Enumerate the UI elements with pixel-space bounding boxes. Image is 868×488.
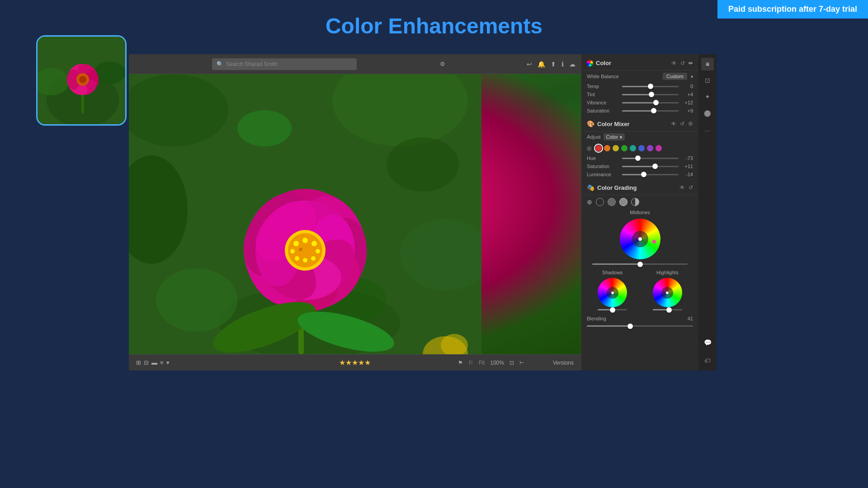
shadows-wheel[interactable] (598, 278, 627, 307)
star-rating[interactable]: ★★★★★ (339, 358, 371, 367)
svg-point-3 (94, 61, 126, 84)
tint-slider-row: Tint +4 (581, 90, 698, 99)
filter-icon[interactable]: ⚙ (440, 61, 445, 67)
grid-small-icon[interactable]: ⊟ (144, 359, 149, 366)
color-dot-blue[interactable] (638, 145, 645, 151)
grading-eye-icon[interactable]: 👁 (679, 184, 685, 191)
saturation-slider[interactable] (622, 110, 679, 112)
panel-icon-mask[interactable]: ⬤ (701, 107, 714, 119)
shadows-brightness-slider[interactable] (598, 309, 627, 310)
color-reset-icon[interactable]: ↺ (680, 60, 685, 66)
panel-icon-heal[interactable]: ✦ (701, 90, 714, 103)
mixer-reset-icon[interactable]: ↺ (680, 121, 684, 127)
photo-thumbnail[interactable] (36, 35, 127, 126)
cg-highlights-btn[interactable] (619, 198, 627, 206)
vibrance-label: Vibrance (587, 100, 618, 105)
hue-label: Hue (587, 155, 618, 161)
adjust-value[interactable]: Color ▾ (604, 133, 625, 141)
zoom-icon[interactable]: ⊡ (509, 360, 514, 366)
shadows-label: Shadows (602, 269, 623, 276)
info-icon[interactable]: ℹ (561, 61, 564, 68)
cg-linked-icon[interactable]: ⊕ (587, 198, 592, 206)
photo-canvas (129, 74, 581, 354)
highlights-brightness-slider[interactable] (653, 309, 682, 310)
svg-point-46 (311, 256, 316, 261)
color-dot-orange[interactable] (604, 145, 610, 151)
right-panel: Color 👁 ↺ ✏ White Balance Custom ▾ Temp … (581, 54, 698, 371)
midtones-dot[interactable] (652, 240, 656, 244)
mixer-title: Color Mixer (597, 121, 671, 127)
mixer-sat-label: Saturation (587, 164, 618, 169)
fit-label: Fit (479, 360, 485, 366)
luminance-slider[interactable] (622, 174, 679, 175)
color-dot-yellow[interactable] (613, 145, 619, 151)
flag2-icon[interactable]: ⚐ (468, 360, 473, 366)
search-bar[interactable]: 🔍 Search Sharad Smith (212, 58, 357, 70)
blending-slider[interactable] (587, 325, 693, 327)
hue-slider-row: Hue -73 (581, 154, 698, 162)
svg-point-21 (237, 110, 292, 146)
midtones-brightness-slider[interactable] (592, 263, 688, 265)
vibrance-slider[interactable] (622, 102, 679, 103)
svg-point-43 (302, 238, 308, 243)
wb-value[interactable]: Custom (663, 73, 687, 80)
grid-view-icon[interactable]: ⊞ (136, 359, 141, 366)
cg-shadows-btn[interactable] (596, 198, 604, 206)
svg-point-19 (156, 268, 237, 332)
temp-slider-row: Temp 0 (581, 82, 698, 90)
svg-point-44 (311, 241, 317, 246)
zoom-value[interactable]: 100% (490, 360, 504, 366)
svg-point-47 (303, 258, 307, 263)
mixer-all-icon[interactable]: ◎ (587, 145, 591, 151)
panel-icon-crop[interactable]: ⊡ (701, 74, 714, 87)
compare-icon[interactable]: ⊢ (519, 360, 524, 366)
midtones-wheel[interactable] (620, 219, 660, 259)
bell-icon[interactable]: 🔔 (538, 61, 545, 68)
cg-global-btn[interactable] (631, 198, 639, 206)
mixer-settings-icon[interactable]: ⚙ (688, 121, 693, 127)
list-view-icon[interactable]: ▬ (151, 359, 157, 366)
color-dot-red[interactable] (595, 145, 602, 151)
flag-icon[interactable]: ⚑ (458, 360, 463, 366)
sort-dropdown-icon[interactable]: ▾ (166, 359, 170, 366)
color-section-header[interactable]: Color 👁 ↺ ✏ (581, 56, 698, 70)
panel-icon-more[interactable]: … (701, 123, 714, 136)
color-dot-magenta[interactable] (656, 145, 662, 151)
sort-icon[interactable]: ≡ (160, 359, 164, 366)
color-dot-purple[interactable] (647, 145, 653, 151)
photo-svg (129, 74, 481, 354)
color-mixer-header[interactable]: 🎨 Color Mixer 👁 ↺ ⚙ (581, 117, 698, 131)
temp-slider[interactable] (622, 86, 679, 87)
cloud-icon[interactable]: ☁ (569, 61, 576, 68)
highlights-label: Highlights (656, 269, 678, 276)
panel-icon-tag[interactable]: 🏷 (701, 354, 714, 367)
panel-icon-speech[interactable]: 💬 (701, 336, 714, 349)
mixer-eye-icon[interactable]: 👁 (671, 121, 676, 127)
cg-midtones-btn[interactable] (608, 198, 616, 206)
white-balance-row: White Balance Custom ▾ (581, 70, 698, 82)
app-toolbar: 🔍 Search Sharad Smith ⚙ ↩ 🔔 ⬆ ℹ ☁ (129, 54, 581, 74)
grading-reset-icon[interactable]: ↺ (689, 184, 693, 191)
color-dot-aqua[interactable] (630, 145, 636, 151)
svg-point-49 (290, 249, 295, 253)
eyedropper-icon[interactable]: ✏ (689, 60, 693, 66)
undo-icon[interactable]: ↩ (527, 61, 532, 68)
color-eye-icon[interactable]: 👁 (671, 60, 677, 66)
share-icon[interactable]: ⬆ (551, 61, 556, 68)
blending-value: 41 (688, 316, 693, 321)
panel-icon-adjust[interactable]: ≡ (701, 58, 714, 70)
wb-dropdown-icon[interactable]: ▾ (691, 74, 693, 79)
mixer-sat-slider[interactable] (622, 166, 679, 167)
vibrance-value: +12 (682, 100, 693, 105)
color-grading-header[interactable]: 🎭 Color Grading 👁 ↺ (581, 180, 698, 195)
hue-slider[interactable] (622, 158, 679, 159)
color-dot-green[interactable] (621, 145, 627, 151)
midtones-label: Midtones (581, 209, 698, 216)
highlights-wheel[interactable] (653, 278, 682, 307)
saturation-slider-row: Saturation +9 (581, 107, 698, 115)
adjust-dropdown[interactable]: ▾ (620, 135, 622, 140)
versions-label[interactable]: Versions (553, 360, 574, 366)
mixer-icon: 🎨 (587, 120, 594, 127)
tint-slider[interactable] (622, 94, 679, 95)
svg-point-48 (295, 256, 299, 261)
